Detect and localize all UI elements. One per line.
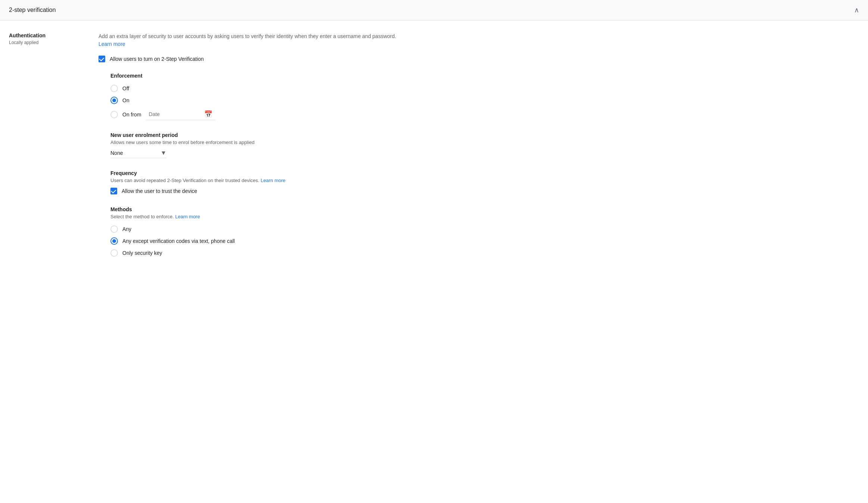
new-user-enrolment-section: New user enrolment period Allows new use… [99,132,397,158]
new-user-desc: Allows new users some time to enrol befo… [110,140,397,145]
methods-title: Methods [110,206,397,212]
method-option-security-key[interactable]: Only security key [110,249,397,257]
frequency-title: Frequency [110,170,397,176]
radio-security-key[interactable] [110,249,118,257]
radio-security-key-label: Only security key [122,250,162,256]
enrolment-dropdown-arrow: ▼ [160,150,166,156]
methods-desc-text: Select the method to enforce. [110,214,174,219]
radio-any-label: Any [122,226,131,232]
frequency-section: Frequency Users can avoid repeated 2-Ste… [99,170,397,194]
radio-on-from-label: On from [122,112,141,118]
enforcement-option-off[interactable]: Off [110,85,397,92]
enforcement-radio-group: Off On On from 📅 [110,85,397,120]
frequency-desc: Users can avoid repeated 2-Step Verifica… [110,178,397,183]
radio-off-label: Off [122,85,129,91]
page-container: 2-step verification ∧ Authentication Loc… [0,0,868,503]
collapse-icon[interactable]: ∧ [854,6,859,14]
new-user-title: New user enrolment period [110,132,397,138]
enforcement-option-on-from: On from 📅 [110,109,397,120]
methods-desc: Select the method to enforce. Learn more [110,214,397,219]
methods-section: Methods Select the method to enforce. Le… [99,206,397,257]
frequency-checkbox[interactable] [110,188,117,194]
enforcement-section: Enforcement Off On On fro [99,73,397,120]
calendar-icon[interactable]: 📅 [204,110,212,118]
radio-on-label: On [122,97,129,103]
frequency-checkbox-row[interactable]: Allow the user to trust the device [110,188,397,194]
radio-any-except-label: Any except verification codes via text, … [122,238,235,244]
enrolment-period-dropdown[interactable]: None ▼ [110,150,166,158]
method-option-any-except[interactable]: Any except verification codes via text, … [110,237,397,245]
method-option-any[interactable]: Any [110,225,397,233]
methods-radio-group: Any Any except verification codes via te… [110,225,397,257]
description-learn-more-link[interactable]: Learn more [99,41,125,47]
frequency-learn-more-link[interactable]: Learn more [261,178,285,183]
enforcement-title: Enforcement [110,73,397,79]
methods-learn-more-link[interactable]: Learn more [175,214,200,219]
date-input[interactable] [149,111,201,117]
allow-checkbox-label: Allow users to turn on 2-Step Verificati… [110,56,204,62]
sidebar-title: Authentication [9,32,84,38]
enrolment-dropdown-value: None [110,150,157,156]
main-content: Add an extra layer of security to user a… [99,32,397,257]
description-text: Add an extra layer of security to user a… [99,32,397,48]
radio-on-from[interactable] [110,111,118,118]
header: 2-step verification ∧ [0,0,868,21]
description-body: Add an extra layer of security to user a… [99,33,396,39]
allow-checkbox-row[interactable]: Allow users to turn on 2-Step Verificati… [99,56,397,62]
frequency-desc-text: Users can avoid repeated 2-Step Verifica… [110,178,259,183]
radio-on[interactable] [110,97,118,104]
content-area: Authentication Locally applied Add an ex… [0,21,868,269]
radio-off[interactable] [110,85,118,92]
enforcement-option-on[interactable]: On [110,97,397,104]
page-title: 2-step verification [9,7,56,13]
date-input-wrapper: 📅 [146,109,215,120]
allow-checkbox[interactable] [99,56,105,62]
radio-any-except[interactable] [110,237,118,245]
frequency-checkbox-label: Allow the user to trust the device [122,188,197,194]
radio-any[interactable] [110,225,118,233]
left-sidebar: Authentication Locally applied [9,32,84,257]
sidebar-subtitle: Locally applied [9,40,84,45]
